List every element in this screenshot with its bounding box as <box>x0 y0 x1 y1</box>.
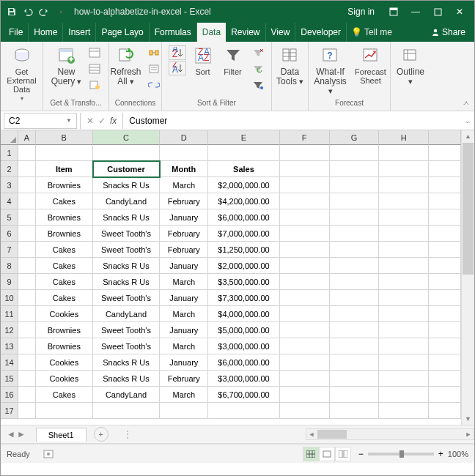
cell-F10[interactable] <box>280 290 330 306</box>
cell-E2[interactable]: Sales <box>208 161 280 177</box>
row-header-12[interactable]: 12 <box>1 322 18 338</box>
cell-16[interactable] <box>429 387 461 403</box>
row-header-14[interactable]: 14 <box>1 354 18 371</box>
cell-G15[interactable] <box>330 371 380 387</box>
cell-C16[interactable]: CandyLand <box>93 387 161 403</box>
cell-A16[interactable] <box>18 387 36 403</box>
data-tools-button[interactable]: Data Tools ▾ <box>273 44 308 88</box>
cell-B17[interactable] <box>36 403 93 419</box>
cell-A7[interactable] <box>18 242 36 258</box>
cell-F15[interactable] <box>280 371 330 387</box>
cell-B16[interactable]: Cakes <box>36 387 93 403</box>
cell-D1[interactable] <box>160 145 208 161</box>
cell-H9[interactable] <box>379 274 429 290</box>
redo-icon[interactable] <box>37 5 51 18</box>
ribbon-display-options-icon[interactable] <box>383 3 404 21</box>
cell-B9[interactable]: Cakes <box>36 274 93 290</box>
row-header-2[interactable]: 2 <box>1 161 18 177</box>
zoom-out-button[interactable]: − <box>358 449 364 459</box>
row-header-17[interactable]: 17 <box>1 403 18 419</box>
cell-H3[interactable] <box>379 177 429 193</box>
tab-home[interactable]: Home <box>29 23 63 42</box>
cell-E7[interactable]: $1,250,000.00 <box>208 242 280 258</box>
cell-A3[interactable] <box>18 177 36 193</box>
cell-D7[interactable]: February <box>160 242 208 258</box>
row-header-13[interactable]: 13 <box>1 338 18 354</box>
cell-C14[interactable]: Snacks R Us <box>93 354 161 371</box>
page-layout-view-button[interactable] <box>319 447 335 461</box>
row-header-1[interactable]: 1 <box>1 145 18 161</box>
properties-icon[interactable] <box>147 62 161 76</box>
cell-A5[interactable] <box>18 209 36 226</box>
cell-G5[interactable] <box>330 209 380 226</box>
tab-review[interactable]: Review <box>226 23 265 42</box>
cell-14[interactable] <box>429 354 461 371</box>
sort-za-icon[interactable]: ZA <box>169 61 186 75</box>
scroll-thumb[interactable] <box>463 143 474 275</box>
cell-4[interactable] <box>429 193 461 209</box>
cell-A17[interactable] <box>18 403 36 419</box>
cell-F12[interactable] <box>280 322 330 338</box>
share-button[interactable]: Share <box>425 27 471 37</box>
macro-record-icon[interactable] <box>43 449 54 459</box>
row-header-8[interactable]: 8 <box>1 258 18 274</box>
cell-D8[interactable]: January <box>160 258 208 274</box>
cell-C3[interactable]: Snacks R Us <box>93 177 161 193</box>
cell-C1[interactable] <box>93 145 161 161</box>
cell-B14[interactable]: Cookies <box>36 354 93 371</box>
scroll-up-icon[interactable]: ▲ <box>462 130 474 142</box>
cell-C8[interactable]: Snacks R Us <box>93 258 161 274</box>
cell-H17[interactable] <box>379 403 429 419</box>
name-box[interactable]: C2▼ <box>4 113 77 129</box>
cell-C9[interactable]: Snacks R Us <box>93 274 161 290</box>
close-button[interactable]: ✕ <box>449 3 470 21</box>
column-header-F[interactable]: F <box>280 130 330 145</box>
cell-C12[interactable]: Sweet Tooth's <box>93 322 161 338</box>
cell-B8[interactable]: Cakes <box>36 258 93 274</box>
cell-B3[interactable]: Brownies <box>36 177 93 193</box>
cell-H6[interactable] <box>379 226 429 242</box>
vertical-scrollbar[interactable]: ▲ ▼ <box>461 130 474 425</box>
cell-H10[interactable] <box>379 290 429 306</box>
cell-B12[interactable]: Brownies <box>36 322 93 338</box>
cell-E9[interactable]: $3,500,000.00 <box>208 274 280 290</box>
cell-H12[interactable] <box>379 322 429 338</box>
cell-G8[interactable] <box>330 258 380 274</box>
cell-B7[interactable]: Cakes <box>36 242 93 258</box>
cell-C2[interactable]: Customer <box>93 161 161 177</box>
cell-B15[interactable]: Cookies <box>36 371 93 387</box>
from-table-icon[interactable] <box>87 62 102 76</box>
cell-1[interactable] <box>429 145 461 161</box>
collapse-ribbon-icon[interactable]: ㅅ <box>463 98 470 108</box>
forecast-sheet-button[interactable]: Forecast Sheet <box>353 44 389 86</box>
cell-B2[interactable]: Item <box>36 161 93 177</box>
cell-A13[interactable] <box>18 338 36 354</box>
cell-F7[interactable] <box>280 242 330 258</box>
advanced-filter-icon[interactable] <box>251 78 265 92</box>
cell-B11[interactable]: Cookies <box>36 306 93 322</box>
tab-page-layo[interactable]: Page Layo <box>96 23 149 42</box>
scroll-right-icon[interactable]: ► <box>463 431 474 438</box>
cell-C17[interactable] <box>93 403 161 419</box>
cell-E10[interactable]: $7,300,000.00 <box>208 290 280 306</box>
column-header-D[interactable]: D <box>160 130 208 145</box>
cell-B10[interactable]: Cakes <box>36 290 93 306</box>
column-header-G[interactable]: G <box>330 130 380 145</box>
tab-data[interactable]: Data <box>197 23 226 42</box>
minimize-button[interactable]: — <box>405 3 426 21</box>
cell-H11[interactable] <box>379 306 429 322</box>
cell-11[interactable] <box>429 306 461 322</box>
cell-G9[interactable] <box>330 274 380 290</box>
cell-A9[interactable] <box>18 274 36 290</box>
row-header-5[interactable]: 5 <box>1 209 18 226</box>
scroll-down-icon[interactable]: ▼ <box>462 413 474 425</box>
reapply-filter-icon[interactable] <box>251 62 265 76</box>
cell-A6[interactable] <box>18 226 36 242</box>
row-header-7[interactable]: 7 <box>1 242 18 258</box>
cell-B13[interactable]: Brownies <box>36 338 93 354</box>
cell-F8[interactable] <box>280 258 330 274</box>
cell-D4[interactable]: February <box>160 193 208 209</box>
cell-B5[interactable]: Brownies <box>36 209 93 226</box>
cell-6[interactable] <box>429 226 461 242</box>
tab-file[interactable]: File <box>4 23 29 42</box>
